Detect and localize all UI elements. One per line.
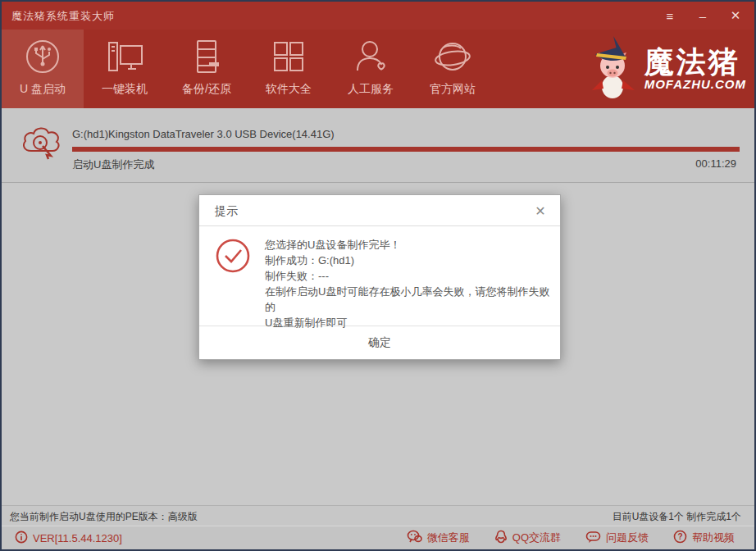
wechat-icon bbox=[407, 530, 422, 546]
brand-name: 魔法猪 bbox=[644, 48, 746, 77]
dialog-line: 在制作启动U盘时可能存在极小几率会失败，请您将制作失败的 bbox=[265, 284, 560, 315]
dialog-line: 制作成功：G:(hd1) bbox=[265, 253, 560, 268]
feedback-link[interactable]: 问题反馈 bbox=[585, 531, 649, 546]
dialog-footer: 确定 bbox=[199, 326, 560, 359]
nav-item-label: 人工服务 bbox=[348, 82, 394, 97]
progress-status: 启动U盘制作完成 bbox=[72, 157, 154, 172]
version-text: VER[11.5.44.1230] bbox=[33, 532, 122, 544]
pe-version-status: 您当前制作启动U盘使用的PE版本：高级版 bbox=[10, 510, 198, 524]
feedback-icon bbox=[585, 531, 601, 546]
nav-item-label: 软件大全 bbox=[266, 82, 312, 97]
window-title: 魔法猪系统重装大师 bbox=[11, 9, 115, 24]
nav-item-official-site[interactable]: 官方网站 bbox=[412, 30, 494, 108]
brand-text: 魔法猪 MOFAZHU.COM bbox=[644, 48, 746, 91]
device-label: G:(hd1)Kingston DataTraveler 3.0 USB Dev… bbox=[72, 128, 335, 140]
nav-item-backup-restore[interactable]: 备份/还原 bbox=[166, 30, 248, 108]
server-icon bbox=[188, 38, 225, 75]
grid-icon bbox=[270, 38, 307, 75]
device-count-status: 目前U盘设备1个 制作完成1个 bbox=[613, 510, 741, 524]
minimize-icon[interactable]: – bbox=[692, 5, 713, 26]
brand-logo: 魔法猪 MOFAZHU.COM bbox=[585, 30, 746, 108]
qq-icon bbox=[494, 530, 508, 546]
footer-bar: VER[11.5.44.1230] 微信客服 bbox=[2, 526, 754, 549]
info-icon[interactable] bbox=[15, 531, 28, 546]
notice-dialog: 提示 ✕ 您选择的U盘设备制作完毕！ 制作成功：G:(hd1) 制作失败：---… bbox=[198, 194, 561, 360]
nav-item-label: 一键装机 bbox=[102, 82, 148, 97]
nav-item-one-click-install[interactable]: 一键装机 bbox=[84, 30, 166, 108]
help-video-icon: ? bbox=[673, 530, 687, 546]
nav-bar: U 盘启动 一键装机 备份/还原 bbox=[2, 30, 754, 108]
footer-link-label: QQ交流群 bbox=[512, 531, 561, 545]
version-info: VER[11.5.44.1230] bbox=[15, 526, 122, 549]
svg-text:?: ? bbox=[677, 532, 682, 541]
dialog-body: 您选择的U盘设备制作完毕！ 制作成功：G:(hd1) 制作失败：--- 在制作启… bbox=[199, 226, 560, 326]
close-icon[interactable]: ✕ bbox=[725, 5, 746, 26]
computer-icon bbox=[104, 38, 145, 75]
titlebar: 魔法猪系统重装大师 ≡ – ✕ bbox=[2, 2, 754, 30]
progress-bar bbox=[72, 147, 740, 152]
dialog-message: 您选择的U盘设备制作完毕！ 制作成功：G:(hd1) 制作失败：--- 在制作启… bbox=[265, 237, 560, 330]
status-bar: 您当前制作启动U盘使用的PE版本：高级版 目前U盘设备1个 制作完成1个 bbox=[2, 505, 754, 526]
progress-fill bbox=[72, 147, 740, 152]
globe-icon bbox=[432, 38, 473, 75]
help-video-link[interactable]: ? 帮助视频 bbox=[673, 530, 735, 546]
nav-item-usb-boot[interactable]: U 盘启动 bbox=[2, 30, 84, 108]
window-controls: ≡ – ✕ bbox=[659, 2, 746, 30]
person-icon bbox=[352, 38, 389, 75]
footer-links: 微信客服 QQ交流群 bbox=[407, 526, 735, 549]
nav-item-software-collection[interactable]: 软件大全 bbox=[248, 30, 330, 108]
app-window: 魔法猪系统重装大师 ≡ – ✕ U 盘启动 bbox=[0, 0, 756, 551]
dialog-line: 制作失败：--- bbox=[265, 268, 560, 284]
dialog-close-icon[interactable]: ✕ bbox=[531, 201, 550, 221]
footer-link-label: 帮助视频 bbox=[692, 531, 735, 545]
dialog-line: 您选择的U盘设备制作完毕！ bbox=[265, 237, 560, 253]
dialog-title: 提示 bbox=[215, 204, 238, 219]
qq-group-link[interactable]: QQ交流群 bbox=[494, 530, 561, 546]
progress-section: G:(hd1)Kingston DataTraveler 3.0 USB Dev… bbox=[2, 108, 754, 183]
nav-item-label: U 盘启动 bbox=[20, 82, 66, 97]
nav-item-label: 备份/还原 bbox=[182, 82, 231, 97]
success-check-icon bbox=[215, 238, 251, 277]
pig-mascot-icon bbox=[585, 33, 640, 105]
wechat-support-link[interactable]: 微信客服 bbox=[407, 530, 470, 546]
footer-link-label: 问题反馈 bbox=[606, 531, 649, 545]
footer-link-label: 微信客服 bbox=[427, 531, 470, 545]
ok-button[interactable]: 确定 bbox=[199, 326, 560, 359]
dialog-header: 提示 ✕ bbox=[199, 195, 560, 226]
usb-icon bbox=[24, 38, 61, 75]
cloud-disc-icon bbox=[20, 123, 62, 166]
brand-domain: MOFAZHU.COM bbox=[644, 77, 746, 91]
dialog-line: U盘重新制作即可 bbox=[265, 315, 560, 330]
nav-item-label: 官方网站 bbox=[430, 82, 476, 97]
elapsed-time: 00:11:29 bbox=[695, 157, 736, 170]
nav-item-support-service[interactable]: 人工服务 bbox=[330, 30, 412, 108]
menu-icon[interactable]: ≡ bbox=[659, 5, 681, 26]
